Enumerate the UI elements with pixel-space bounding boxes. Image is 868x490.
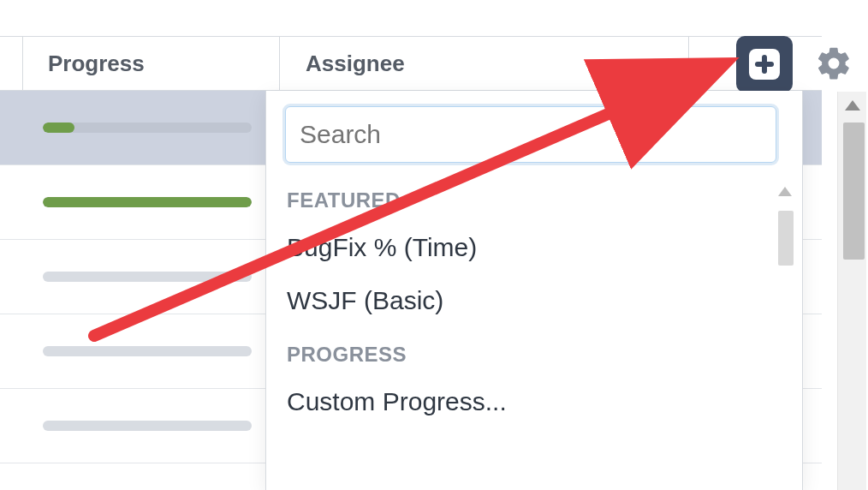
dropdown-section-featured: FEATURED <box>266 173 802 221</box>
gear-icon <box>815 45 853 82</box>
dropdown-item-wsjf-basic[interactable]: WSJF (Basic) <box>266 274 802 327</box>
progress-bar <box>43 122 252 133</box>
progress-bar <box>43 272 252 282</box>
scroll-up-icon[interactable] <box>845 100 860 111</box>
progress-bar <box>43 346 252 356</box>
dropdown-item-custom-progress[interactable]: Custom Progress... <box>266 375 802 428</box>
column-header-progress[interactable]: Progress <box>0 51 279 77</box>
scroll-up-icon[interactable] <box>778 187 792 196</box>
add-column-button[interactable] <box>736 36 793 93</box>
plus-icon <box>749 49 780 80</box>
search-input[interactable] <box>285 106 776 163</box>
column-header-row: Progress Assignee <box>0 36 822 91</box>
dropdown-section-progress: PROGRESS <box>266 327 802 375</box>
add-column-dropdown: FEATURED BugFix % (Time) WSJF (Basic) PR… <box>265 91 803 490</box>
dropdown-scrollbar[interactable] <box>773 187 797 485</box>
vertical-scrollbar[interactable] <box>837 92 866 490</box>
scrollbar-thumb[interactable] <box>778 211 794 266</box>
dropdown-item-bugfix-time[interactable]: BugFix % (Time) <box>266 221 802 274</box>
progress-bar <box>43 197 252 207</box>
scrollbar-thumb[interactable] <box>843 122 865 260</box>
settings-button[interactable] <box>815 45 853 82</box>
progress-bar <box>43 421 252 431</box>
column-divider <box>688 37 689 90</box>
